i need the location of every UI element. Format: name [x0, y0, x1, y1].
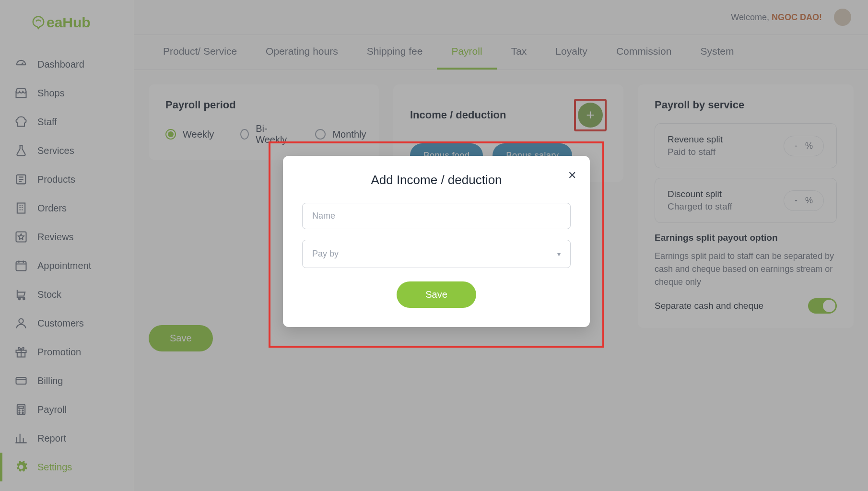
modal-add-income: ✕ Add Income / deduction Pay by ▾ Save: [283, 156, 590, 327]
chevron-down-icon: ▾: [557, 250, 561, 258]
close-icon[interactable]: ✕: [568, 169, 576, 182]
payby-placeholder: Pay by: [312, 249, 339, 259]
payby-select[interactable]: Pay by ▾: [302, 240, 571, 268]
modal-title: Add Income / deduction: [302, 173, 571, 187]
modal-save-button[interactable]: Save: [397, 281, 476, 308]
name-field[interactable]: [302, 203, 571, 229]
